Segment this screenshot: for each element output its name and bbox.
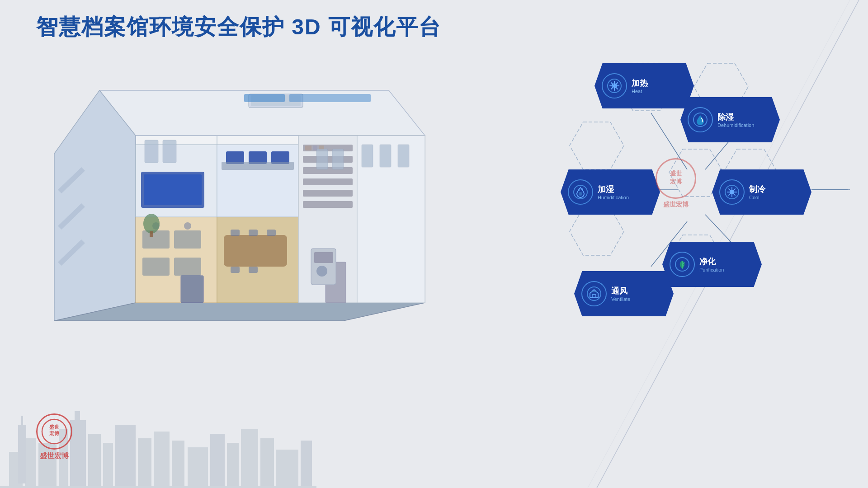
svg-rect-48 bbox=[316, 149, 328, 169]
svg-rect-40 bbox=[303, 201, 353, 208]
ventilate-label-en: Ventilate bbox=[611, 296, 630, 302]
purification-label-en: Purification bbox=[699, 267, 724, 272]
humidification-label-en: Humidification bbox=[598, 195, 629, 200]
purification-hex-wrapper[interactable]: 净化 Purification bbox=[662, 242, 762, 287]
svg-rect-63 bbox=[244, 94, 285, 102]
heat-hex-wrapper[interactable]: 加热 Heat bbox=[594, 63, 694, 108]
page-title: 智慧档案馆环境安全保护 3D 可视化平台 bbox=[36, 13, 441, 42]
svg-rect-46 bbox=[145, 140, 158, 163]
ventilate-icon bbox=[581, 281, 607, 306]
svg-rect-80 bbox=[241, 429, 258, 488]
brand-logo-bottom: 盛世 宏博 盛世宏博 bbox=[36, 413, 72, 461]
building-svg bbox=[18, 54, 461, 361]
svg-rect-41 bbox=[305, 145, 311, 150]
center-brand-logo: 盛世 宏博 盛世宏博 bbox=[656, 158, 696, 209]
svg-rect-71 bbox=[88, 434, 101, 488]
svg-rect-32 bbox=[222, 162, 294, 170]
svg-rect-79 bbox=[227, 443, 239, 488]
svg-rect-23 bbox=[224, 235, 287, 267]
svg-rect-51 bbox=[380, 145, 391, 167]
svg-marker-99 bbox=[570, 122, 624, 169]
svg-rect-86 bbox=[0, 486, 316, 488]
svg-rect-27 bbox=[231, 267, 240, 273]
svg-text:宏博: 宏博 bbox=[670, 178, 682, 185]
dehumidification-icon bbox=[688, 107, 713, 132]
humidification-label-cn: 加湿 bbox=[598, 184, 629, 195]
heat-label-en: Heat bbox=[632, 89, 648, 94]
logo-svg: 盛世 宏博 bbox=[41, 418, 68, 445]
svg-rect-123 bbox=[592, 295, 596, 298]
ventilate-hex-wrapper[interactable]: 通风 Ventilate bbox=[574, 271, 674, 316]
svg-rect-81 bbox=[260, 438, 274, 488]
heat-label-cn: 加热 bbox=[632, 78, 648, 89]
svg-rect-62 bbox=[150, 231, 153, 237]
svg-rect-28 bbox=[249, 267, 258, 273]
building-3d-view bbox=[18, 54, 470, 371]
svg-point-108 bbox=[579, 192, 582, 196]
ventilate-label-cn: 通风 bbox=[611, 286, 630, 296]
svg-rect-20 bbox=[174, 258, 201, 276]
svg-rect-78 bbox=[210, 434, 225, 488]
svg-rect-19 bbox=[142, 258, 170, 276]
svg-rect-72 bbox=[103, 443, 113, 488]
dehumidification-label-en: Dehumidification bbox=[717, 122, 754, 128]
svg-marker-4 bbox=[54, 90, 136, 321]
svg-point-60 bbox=[316, 266, 327, 277]
svg-point-110 bbox=[581, 188, 583, 190]
hex-panel: 加热 Heat 除湿 Dehumidification bbox=[561, 36, 868, 398]
cool-label-en: Cool bbox=[749, 195, 765, 200]
dehumidification-label-cn: 除湿 bbox=[717, 112, 754, 122]
svg-rect-76 bbox=[172, 441, 184, 488]
humidification-hex-wrapper[interactable]: 加湿 Humidification bbox=[561, 169, 660, 215]
svg-rect-18 bbox=[174, 230, 201, 249]
svg-point-22 bbox=[184, 222, 191, 230]
svg-marker-122 bbox=[590, 290, 598, 298]
svg-rect-75 bbox=[154, 432, 170, 488]
svg-point-109 bbox=[578, 189, 580, 191]
svg-text:盛世: 盛世 bbox=[670, 170, 682, 177]
svg-text:宏博: 宏博 bbox=[49, 431, 59, 436]
svg-rect-50 bbox=[362, 145, 373, 167]
logo-circle: 盛世 宏博 bbox=[36, 413, 72, 450]
svg-rect-73 bbox=[115, 425, 136, 488]
svg-rect-39 bbox=[303, 190, 353, 197]
svg-rect-47 bbox=[163, 140, 176, 163]
svg-rect-26 bbox=[267, 230, 276, 236]
svg-rect-53 bbox=[181, 276, 203, 303]
dehumidification-hex-wrapper[interactable]: 除湿 Dehumidification bbox=[680, 97, 780, 142]
brand-name-bottom: 盛世宏博 bbox=[36, 451, 72, 461]
cool-label-cn: 制冷 bbox=[749, 184, 765, 195]
svg-rect-25 bbox=[249, 230, 258, 236]
svg-rect-64 bbox=[289, 94, 371, 102]
svg-rect-24 bbox=[231, 230, 240, 236]
svg-rect-17 bbox=[142, 230, 170, 249]
svg-rect-85 bbox=[21, 416, 23, 428]
svg-rect-70 bbox=[75, 411, 80, 425]
center-logo-svg: 盛世 宏博 bbox=[660, 163, 692, 194]
svg-rect-52 bbox=[398, 145, 409, 167]
purification-label-cn: 净化 bbox=[699, 256, 724, 267]
svg-rect-82 bbox=[276, 450, 298, 488]
svg-rect-77 bbox=[188, 447, 208, 488]
svg-point-121 bbox=[587, 287, 601, 300]
svg-rect-83 bbox=[301, 441, 312, 488]
svg-rect-74 bbox=[138, 438, 151, 488]
center-brand-name: 盛世宏博 bbox=[656, 201, 696, 209]
svg-point-61 bbox=[143, 214, 160, 234]
svg-rect-38 bbox=[303, 178, 353, 185]
cool-connector-right bbox=[811, 189, 848, 190]
cool-hex-wrapper[interactable]: 制冷 Cool bbox=[712, 169, 811, 215]
svg-rect-66 bbox=[25, 438, 36, 488]
svg-rect-69 bbox=[70, 420, 86, 488]
cool-icon bbox=[719, 179, 745, 205]
svg-rect-49 bbox=[332, 149, 344, 169]
heat-icon bbox=[602, 73, 627, 99]
svg-rect-84 bbox=[18, 425, 26, 483]
svg-rect-34 bbox=[144, 174, 202, 205]
svg-marker-102 bbox=[570, 208, 624, 255]
humidification-icon bbox=[568, 179, 593, 205]
svg-rect-59 bbox=[314, 252, 333, 263]
